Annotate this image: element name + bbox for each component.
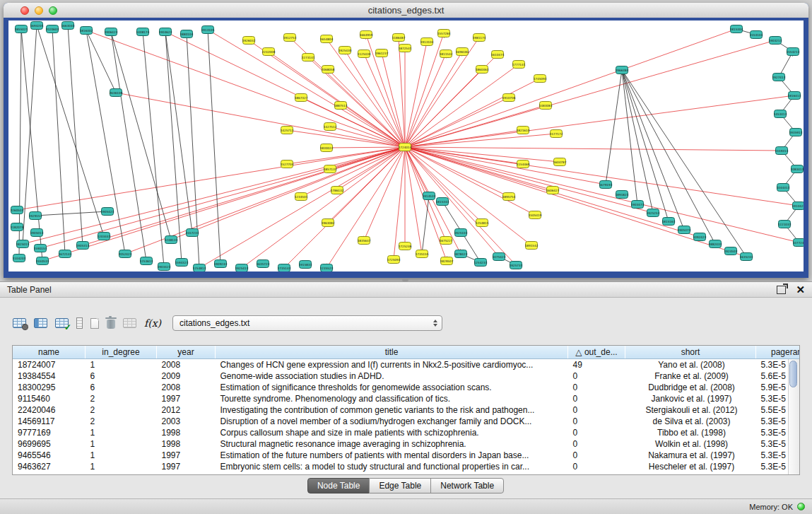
- network-node[interactable]: 1635723: [257, 260, 270, 268]
- network-node[interactable]: 1816413: [788, 92, 801, 100]
- tab-network-table[interactable]: Network Table: [430, 478, 504, 493]
- network-node[interactable]: 1963082: [322, 219, 335, 227]
- network-node[interactable]: 1961237: [375, 49, 389, 57]
- network-node[interactable]: 1610474: [491, 51, 505, 59]
- network-node[interactable]: 1925413: [235, 264, 249, 272]
- network-node[interactable]: 1925733: [510, 262, 523, 269]
- table-row[interactable]: 1938455462009Genome-wide association stu…: [13, 370, 800, 382]
- network-node[interactable]: 1577172: [550, 130, 563, 138]
- table-settings-icon[interactable]: [13, 318, 26, 328]
- network-node[interactable]: 1924503: [724, 247, 738, 255]
- network-node[interactable]: 1254813: [193, 264, 206, 272]
- network-node[interactable]: 1905373: [678, 226, 691, 234]
- network-node[interactable]: 1860463: [476, 66, 489, 74]
- network-node[interactable]: 1966384: [616, 66, 629, 74]
- network-node[interactable]: 1077243: [793, 239, 804, 247]
- network-node[interactable]: 1895754: [502, 193, 516, 201]
- network-node[interactable]: 1891823: [616, 191, 629, 199]
- column-header[interactable]: year: [157, 346, 216, 359]
- column-header[interactable]: title: [216, 346, 568, 359]
- network-node[interactable]: 1453413: [774, 110, 787, 118]
- network-node[interactable]: 1559313: [775, 147, 789, 155]
- network-node[interactable]: 1904623: [159, 28, 172, 36]
- network-node[interactable]: 1905423: [101, 208, 114, 216]
- network-node[interactable]: 1906423: [105, 28, 118, 36]
- table-row[interactable]: 977716911998Corpus callosum shape and si…: [13, 427, 800, 438]
- network-node[interactable]: 1867327: [295, 94, 308, 102]
- table-row[interactable]: 969969511998Structural magnetic resonanc…: [13, 438, 800, 450]
- network-node[interactable]: 2273141: [302, 54, 315, 62]
- column-header[interactable]: △ out_de...: [568, 346, 625, 359]
- close-panel-icon[interactable]: ✕: [796, 284, 805, 295]
- network-node[interactable]: 1903473: [631, 201, 645, 209]
- network-node[interactable]: 1557284: [437, 30, 451, 37]
- network-node[interactable]: 2068058: [322, 66, 335, 74]
- network-node[interactable]: 1855021: [15, 25, 28, 33]
- network-node[interactable]: 1505419: [529, 211, 542, 219]
- network-node[interactable]: 1203443: [98, 233, 111, 240]
- network-node[interactable]: 1925430: [339, 47, 352, 54]
- network-node[interactable]: 1550533: [36, 257, 49, 265]
- network-node[interactable]: 1905313: [76, 242, 90, 250]
- table-row[interactable]: 1456911722003Disruption of a novel membe…: [13, 416, 800, 427]
- network-node[interactable]: 1694205: [30, 22, 44, 30]
- network-node[interactable]: 1825013: [16, 240, 30, 248]
- network-node[interactable]: 1735143: [278, 264, 291, 272]
- close-window-button[interactable]: [20, 6, 29, 15]
- network-node[interactable]: 1234501: [295, 193, 308, 201]
- network-node[interactable]: 1872541: [399, 45, 412, 52]
- network-node[interactable]: 1590153: [34, 245, 47, 252]
- network-node[interactable]: 1604787: [553, 158, 567, 166]
- window-titlebar[interactable]: citations_edges.txt: [4, 3, 808, 18]
- zoom-window-button[interactable]: [49, 6, 57, 15]
- network-node[interactable]: 1154469: [517, 160, 530, 168]
- network-node[interactable]: 1914533: [423, 192, 436, 200]
- network-node[interactable]: 1425712: [281, 127, 294, 134]
- table-columns-icon[interactable]: [34, 318, 47, 328]
- network-node[interactable]: 1878423: [454, 250, 468, 258]
- network-node[interactable]: 1821610: [517, 127, 530, 134]
- table-row[interactable]: 2242004622012Investigating the contribut…: [13, 404, 800, 416]
- network-node[interactable]: 1182074: [11, 223, 24, 231]
- network-node[interactable]: 1912753: [283, 34, 297, 42]
- network-node[interactable]: 1408174: [136, 28, 150, 36]
- network-node[interactable]: 1724014: [399, 144, 412, 151]
- network-node[interactable]: 1925253: [647, 209, 660, 217]
- network-node[interactable]: 1672143: [59, 250, 72, 258]
- network-node[interactable]: 1554213: [787, 48, 800, 56]
- table-selector[interactable]: citations_edges.txt: [172, 315, 442, 331]
- network-node[interactable]: 2020603: [46, 25, 59, 33]
- network-node[interactable]: 1248133: [165, 236, 178, 244]
- delete-column-icon[interactable]: [107, 320, 115, 329]
- network-node[interactable]: 1926032: [242, 37, 256, 45]
- network-node[interactable]: 1903423: [158, 263, 171, 271]
- network-node[interactable]: 1913104: [420, 38, 434, 46]
- network-node[interactable]: 1594323: [175, 259, 189, 267]
- table-scrollbar-thumb[interactable]: [789, 361, 797, 387]
- network-node[interactable]: 2260503: [11, 206, 24, 214]
- network-node[interactable]: 1815343: [436, 198, 449, 206]
- float-panel-icon[interactable]: [777, 286, 786, 294]
- network-node[interactable]: 1104203: [13, 255, 26, 262]
- network-node[interactable]: 1830022: [320, 144, 334, 152]
- delete-table-icon[interactable]: [123, 318, 136, 328]
- network-node[interactable]: 2242008: [262, 48, 276, 56]
- network-node[interactable]: 1981174: [473, 34, 486, 42]
- network-node[interactable]: 1075423: [493, 253, 506, 261]
- network-node[interactable]: 1527704: [281, 160, 294, 168]
- network-node[interactable]: 1745093: [534, 75, 547, 83]
- network-node[interactable]: 1125430: [358, 50, 371, 58]
- network-node[interactable]: 1186487: [392, 34, 406, 42]
- network-node[interactable]: 1829507: [440, 257, 454, 265]
- network-node[interactable]: 1835647: [358, 237, 371, 245]
- network-node[interactable]: 1725093: [387, 256, 401, 264]
- network-node[interactable]: 1887513: [334, 102, 348, 110]
- column-header[interactable]: pagerank: [756, 346, 801, 359]
- tab-edge-table[interactable]: Edge Table: [369, 478, 431, 493]
- network-node[interactable]: 1725246: [399, 243, 412, 250]
- network-node[interactable]: 1664959: [360, 31, 373, 39]
- table-row[interactable]: 911546021997Tourette syndrome. Phenomeno…: [13, 393, 800, 404]
- column-header[interactable]: in_degree: [86, 346, 157, 359]
- minimize-window-button[interactable]: [35, 6, 43, 15]
- network-node[interactable]: 1857133: [324, 165, 337, 173]
